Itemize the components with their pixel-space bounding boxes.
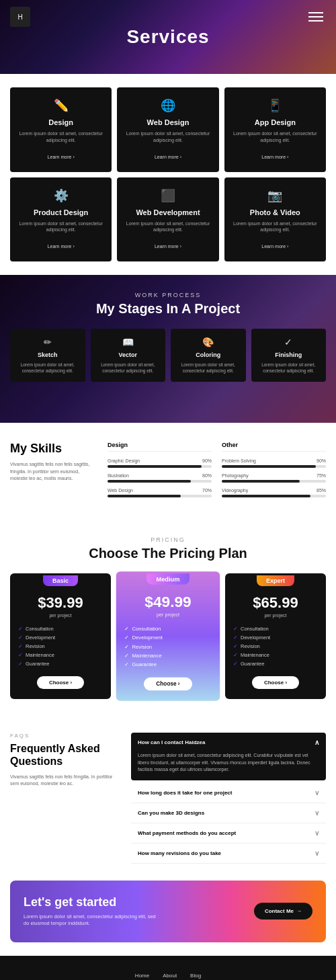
- skill-name: Problem Solving90%: [222, 458, 326, 463]
- pricing-per: per project: [10, 613, 111, 618]
- service-title: Product Design: [18, 208, 103, 216]
- service-link[interactable]: Learn more: [48, 244, 75, 249]
- service-icon: ⬛: [125, 188, 210, 203]
- faq-right: How can I contact Haidzea ∧ Lorem ipsum …: [131, 733, 326, 864]
- faq-title: Frequently Asked Questions: [10, 742, 118, 768]
- skill-col: Design Graphic Design90% Illustration80%…: [108, 442, 212, 503]
- service-card: 🌐 Web Design Lorem ipsum dolor sit amet,…: [117, 87, 218, 172]
- pricing-per: per project: [225, 613, 326, 618]
- pricing-badge: Basic: [43, 575, 78, 586]
- pricing-price: $65.99: [225, 594, 326, 613]
- faq-question[interactable]: What payment methods do you accept ∨: [131, 823, 326, 843]
- service-icon: ⚙️: [18, 188, 103, 203]
- service-link[interactable]: Learn more: [261, 155, 288, 159]
- service-link[interactable]: Learn more: [155, 155, 181, 159]
- pricing-choose-button[interactable]: Choose ›: [37, 676, 84, 689]
- faq-question-text: How can I contact Haidzea: [138, 739, 205, 745]
- service-link[interactable]: Learn more: [48, 155, 75, 159]
- faq-item: How can I contact Haidzea ∧ Lorem ipsum …: [131, 733, 326, 780]
- service-title: Photo & Video: [233, 208, 318, 216]
- service-title: Design: [18, 118, 103, 126]
- faq-question[interactable]: How many revisions do you take ∨: [131, 844, 326, 863]
- pricing-feature: Development: [18, 635, 103, 641]
- pricing-choose-button[interactable]: Choose ›: [144, 678, 192, 691]
- chevron-icon: ∨: [314, 829, 319, 837]
- faq-question[interactable]: How can I contact Haidzea ∧: [131, 733, 326, 752]
- menu-button[interactable]: [306, 7, 326, 27]
- process-title: Coloring: [176, 352, 241, 358]
- process-desc: Lorem ipsum dolor sit amet, consectetur …: [96, 362, 161, 374]
- work-process-label: WORK PROCESS: [10, 292, 326, 298]
- process-icon: 🎨: [176, 337, 241, 348]
- faq-question[interactable]: How long does it take for one project ∨: [131, 783, 326, 803]
- service-card: 📷 Photo & Video Lorem ipsum dolor sit am…: [224, 177, 326, 262]
- skills-section: My Skills Vivamus sagittis felis non fel…: [0, 423, 336, 520]
- faq-question-text: How long does it take for one project: [138, 790, 232, 796]
- service-icon: 📱: [233, 98, 318, 113]
- cta-section: Let's get started Lorem ipsum dolor sit …: [10, 881, 326, 942]
- hero-section: H Services: [0, 0, 336, 74]
- pricing-feature: Maintenance: [18, 652, 103, 658]
- service-title: Web Development: [125, 208, 210, 216]
- pricing-grid: Basic $39.99 per project ConsultationDev…: [10, 573, 326, 699]
- faq-item: What payment methods do you accept ∨: [131, 823, 326, 844]
- footer: HomeAboutBlog H Lorem ipsum dolor sit am…: [0, 956, 336, 980]
- skills-right: Design Graphic Design90% Illustration80%…: [108, 442, 326, 503]
- faq-question[interactable]: Can you make 3D designs ∨: [131, 803, 326, 823]
- pricing-badge: Medium: [146, 573, 190, 584]
- pricing-feature: Maintenance: [233, 652, 318, 658]
- cta-title: Let's get started: [24, 895, 158, 909]
- service-icon: 📷: [233, 188, 318, 203]
- faq-section: FAQS Frequently Asked Questions Vivamus …: [0, 719, 336, 881]
- pricing-title: Choose The Pricing Plan: [10, 546, 326, 561]
- chevron-icon: ∨: [314, 809, 319, 817]
- pricing-feature: Maintenance: [124, 653, 212, 659]
- pricing-per: per project: [116, 612, 220, 617]
- process-card: 🎨 Coloring Lorem ipsum dolor sit amet, c…: [171, 329, 246, 382]
- service-link[interactable]: Learn more: [155, 244, 181, 249]
- skill-item: Problem Solving90%: [222, 458, 326, 468]
- cta-button[interactable]: Contact Me: [254, 903, 312, 920]
- chevron-icon: ∧: [314, 739, 319, 746]
- pricing-card: Expert $65.99 per project ConsultationDe…: [225, 573, 326, 699]
- footer-nav-link[interactable]: About: [163, 973, 177, 979]
- skill-item: Web Design70%: [108, 488, 212, 497]
- services-grid: ✏️ Design Lorem ipsum dolor sit amet, co…: [10, 87, 326, 261]
- service-icon: ✏️: [18, 98, 103, 113]
- service-card: ✏️ Design Lorem ipsum dolor sit amet, co…: [10, 87, 112, 172]
- process-grid: ✏ Sketch Lorem ipsum dolor sit amet, con…: [10, 329, 326, 382]
- pricing-feature: Consultation: [18, 626, 103, 632]
- pricing-feature: Guarantee: [18, 661, 103, 667]
- footer-nav-top: HomeAboutBlog: [10, 973, 326, 979]
- pricing-feature: Revision: [124, 644, 212, 650]
- service-link[interactable]: Learn more: [261, 244, 288, 249]
- service-desc: Lorem ipsum dolor sit amet, consectetur …: [125, 130, 210, 144]
- pricing-feature: Revision: [233, 643, 318, 649]
- skills-desc: Vivamus sagittis felis non felis sagitti…: [10, 461, 97, 483]
- pricing-choose-button[interactable]: Choose ›: [252, 676, 299, 689]
- pricing-feature: Development: [124, 635, 212, 641]
- service-card: 📱 App Design Lorem ipsum dolor sit amet,…: [224, 87, 326, 172]
- skill-item: Photography75%: [222, 473, 326, 483]
- work-process-title: My Stages In A Project: [10, 301, 326, 317]
- service-desc: Lorem ipsum dolor sit amet, consectetur …: [18, 220, 103, 234]
- faq-question-text: How many revisions do you take: [138, 850, 221, 856]
- skill-col-title: Other: [222, 442, 326, 452]
- service-desc: Lorem ipsum dolor sit amet, consectetur …: [233, 130, 318, 144]
- skill-name: Illustration80%: [108, 473, 212, 478]
- process-desc: Lorem ipsum dolor sit amet, consectetur …: [257, 362, 321, 374]
- skill-item: Illustration80%: [108, 473, 212, 483]
- skill-name: Web Design70%: [108, 488, 212, 493]
- process-title: Sketch: [15, 352, 80, 358]
- process-icon: 📖: [96, 337, 161, 348]
- footer-nav-link[interactable]: Home: [135, 973, 149, 979]
- process-title: Finishing: [257, 352, 321, 358]
- process-desc: Lorem ipsum dolor sit amet, consectetur …: [15, 362, 80, 374]
- skill-name: Photography75%: [222, 473, 326, 478]
- process-title: Vector: [96, 352, 161, 358]
- pricing-feature: Guarantee: [233, 661, 318, 667]
- process-card: ✓ Finishing Lorem ipsum dolor sit amet, …: [251, 329, 327, 382]
- footer-nav-link[interactable]: Blog: [190, 973, 201, 979]
- pricing-price: $39.99: [10, 594, 111, 613]
- pricing-card: Medium $49.99 per project ConsultationDe…: [116, 571, 220, 701]
